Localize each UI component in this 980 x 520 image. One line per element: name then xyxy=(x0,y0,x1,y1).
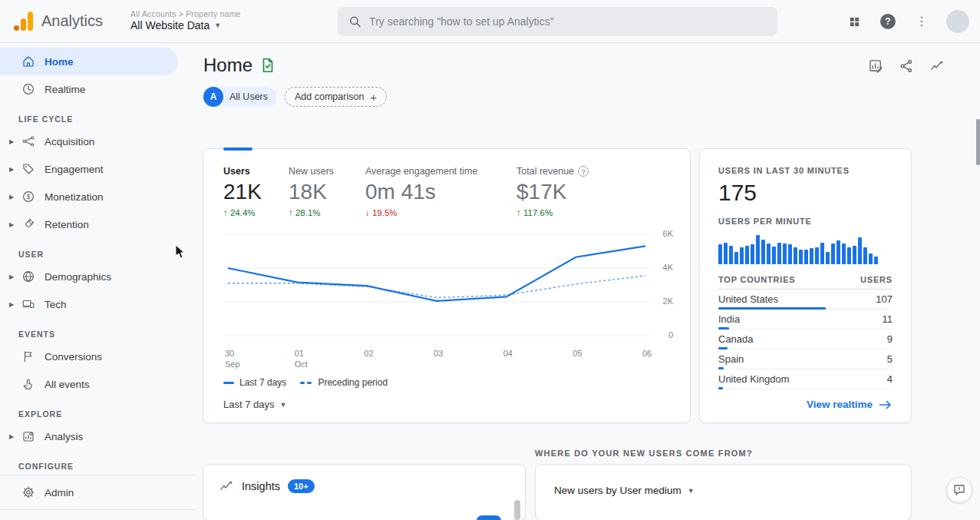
analytics-logo-icon xyxy=(12,11,35,32)
account-picker[interactable]: All Accounts > Property name All Website… xyxy=(130,9,241,33)
apps-grid-icon[interactable] xyxy=(845,12,863,31)
help-icon[interactable]: ? xyxy=(879,12,897,31)
expand-chevron-icon: ▶ xyxy=(5,194,18,200)
metric-avg-engagement-time[interactable]: Average engagement time 0m 41s ↓ 19.5% xyxy=(365,166,516,217)
active-tab-indicator xyxy=(223,147,252,151)
acquisition-icon xyxy=(21,134,35,148)
country-bar xyxy=(718,387,723,389)
legend-dashed-line-icon xyxy=(300,382,312,384)
date-range-selector[interactable]: Last 7 days ▼ xyxy=(223,399,670,410)
customize-report-icon[interactable] xyxy=(868,58,883,77)
line-chart-svg xyxy=(223,228,650,343)
comparison-avatar: A xyxy=(203,87,223,107)
sidebar-item-label: Demographics xyxy=(45,271,111,283)
sidebar-item-label: Retention xyxy=(45,219,89,230)
sidebar-item-monetization[interactable]: ▶ $ Monetization xyxy=(0,183,196,210)
divider xyxy=(0,475,196,475)
sidebar-item-realtime[interactable]: Realtime xyxy=(0,75,196,103)
home-icon xyxy=(21,55,35,68)
sidebar-item-demographics[interactable]: ▶ Demographics xyxy=(0,263,196,290)
expand-chevron-icon: ▶ xyxy=(5,221,18,228)
help-icon[interactable]: ? xyxy=(578,166,589,177)
section-title-configure: CONFIGURE xyxy=(18,462,196,471)
section-title-explore: EXPLORE xyxy=(18,409,196,419)
expand-chevron-icon: ▶ xyxy=(5,301,18,308)
chart-legend: Last 7 days Preceding period xyxy=(223,377,670,388)
clock-icon xyxy=(21,82,35,96)
sidebar-item-label: Conversions xyxy=(45,351,102,363)
comparison-chip-all-users[interactable]: A All Users xyxy=(203,87,277,107)
sidebar: Home Realtime LIFE CYCLE ▶ Acquisition ▶… xyxy=(0,43,196,520)
view-realtime-link[interactable]: View realtime xyxy=(718,399,893,410)
feedback-bubble-icon xyxy=(952,483,966,497)
sidebar-item-label: Monetization xyxy=(45,191,104,203)
arrow-right-icon xyxy=(879,399,893,410)
table-row: Canada9 xyxy=(718,330,893,349)
sidebar-item-acquisition[interactable]: ▶ Acquisition xyxy=(0,128,196,155)
chevron-down-icon: ▼ xyxy=(688,487,695,495)
monetization-dollar-icon: $ xyxy=(21,190,35,204)
partial-badge xyxy=(477,515,501,520)
expand-chevron-icon: ▶ xyxy=(5,138,18,145)
search-input[interactable] xyxy=(369,15,767,28)
new-users-question-heading: WHERE DO YOUR NEW USERS COME FROM? xyxy=(535,449,753,458)
page-scrollbar[interactable] xyxy=(976,119,980,165)
table-row: United States107 xyxy=(718,290,893,310)
users-line-chart: 02K4K6K xyxy=(223,228,670,343)
table-row: Spain5 xyxy=(718,349,893,369)
section-title-events: EVENTS xyxy=(18,330,196,339)
sidebar-item-label: Engagement xyxy=(45,164,104,175)
new-users-dimension-selector[interactable]: New users by User medium ▼ xyxy=(554,485,893,496)
top-bar: Analytics All Accounts > Property name A… xyxy=(0,0,980,43)
inner-scrollbar[interactable] xyxy=(514,500,520,520)
sidebar-item-home[interactable]: Home xyxy=(0,48,178,75)
property-selector-label: All Website Data xyxy=(130,19,210,33)
expand-chevron-icon: ▶ xyxy=(5,166,18,173)
more-vert-icon[interactable]: ⋮ xyxy=(912,12,931,31)
countries-table-header: TOP COUNTRIES USERS xyxy=(718,275,893,290)
analytics-logo[interactable]: Analytics xyxy=(0,11,123,32)
metric-new-users[interactable]: New users 18K ↑ 28.1% xyxy=(289,166,365,217)
add-comparison-button[interactable]: Add comparison + xyxy=(285,87,387,107)
users-per-minute-label: USERS PER MINUTE xyxy=(718,217,893,226)
page-title: Home xyxy=(203,55,252,76)
share-icon[interactable] xyxy=(899,58,914,77)
plus-icon: + xyxy=(370,91,377,104)
expand-chevron-icon: ▶ xyxy=(5,273,18,280)
search-bar[interactable] xyxy=(338,7,777,36)
divider xyxy=(0,509,196,510)
sidebar-item-all-events[interactable]: All events xyxy=(0,370,196,398)
logo-text: Analytics xyxy=(41,12,103,30)
expand-chevron-icon: ▶ xyxy=(5,433,18,440)
svg-text:$: $ xyxy=(27,194,31,200)
table-row: India11 xyxy=(718,310,893,330)
metric-users[interactable]: Users 21K ↑ 24.4% xyxy=(223,166,289,217)
x-axis-labels: 30Sep01Oct0203040506 xyxy=(223,346,670,371)
insights-card[interactable]: Insights 10+ xyxy=(203,464,526,520)
sidebar-item-admin[interactable]: Admin xyxy=(0,479,196,506)
gear-icon xyxy=(21,485,35,499)
main-content: Home A All Users Add comparison + Users … xyxy=(196,43,980,520)
sidebar-item-label: All events xyxy=(45,379,90,390)
users-per-minute-chart xyxy=(718,232,893,264)
sidebar-item-label: Home xyxy=(45,56,74,68)
realtime-card: USERS IN LAST 30 MINUTES 175 USERS PER M… xyxy=(699,148,912,423)
engagement-tag-icon xyxy=(21,162,35,176)
sidebar-item-label: Tech xyxy=(45,299,67,310)
insights-spark-icon xyxy=(219,479,234,494)
doc-check-icon[interactable] xyxy=(259,57,276,74)
avatar[interactable] xyxy=(946,10,969,33)
insights-spark-icon[interactable] xyxy=(929,58,945,77)
new-users-medium-card: New users by User medium ▼ xyxy=(535,464,912,520)
touch-icon xyxy=(21,377,35,391)
sidebar-item-conversions[interactable]: Conversions xyxy=(0,343,196,370)
retention-magnet-icon xyxy=(21,217,35,231)
sidebar-item-analysis[interactable]: ▶ Analysis xyxy=(0,422,196,450)
sidebar-item-engagement[interactable]: ▶ Engagement xyxy=(0,155,196,183)
sidebar-item-tech[interactable]: ▶ Tech xyxy=(0,290,196,318)
section-title-user: USER xyxy=(18,250,196,259)
feedback-button[interactable] xyxy=(946,477,972,503)
devices-icon xyxy=(21,297,35,311)
metric-total-revenue[interactable]: Total revenue? $17K ↑ 117.6% xyxy=(516,166,632,217)
sidebar-item-retention[interactable]: ▶ Retention xyxy=(0,210,196,238)
